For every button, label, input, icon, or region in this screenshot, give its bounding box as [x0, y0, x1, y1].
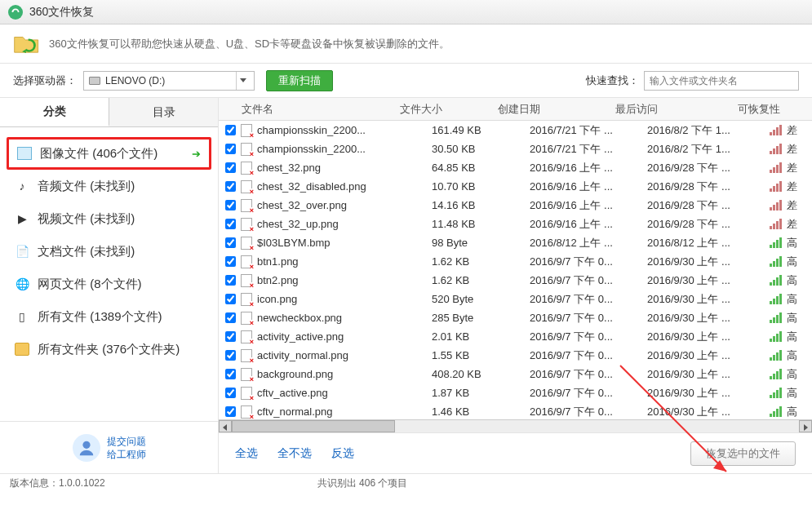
row-checkbox[interactable] — [225, 369, 236, 379]
table-row[interactable]: activity_normal.png1.55 KB2016/9/7 下午 0.… — [219, 346, 812, 365]
scroll-left-arrow[interactable] — [219, 420, 232, 432]
scroll-right-arrow[interactable] — [799, 420, 812, 432]
cell-created: 2016/7/21 下午 ... — [530, 142, 647, 157]
row-checkbox[interactable] — [225, 331, 236, 342]
signal-icon — [770, 144, 782, 154]
row-checkbox[interactable] — [225, 162, 236, 173]
category-item-all[interactable]: ▯所有文件 (1389个文件) — [7, 300, 211, 333]
table-row[interactable]: activity_active.png2.01 KB2016/9/7 下午 0.… — [219, 327, 812, 346]
cell-accessed: 2016/9/30 上午 ... — [647, 348, 770, 363]
select-none-link[interactable]: 全不选 — [277, 446, 312, 461]
rescan-button[interactable]: 重新扫描 — [266, 70, 333, 91]
cell-name: cftv_active.png — [257, 387, 432, 399]
category-item-doc[interactable]: 📄文档文件 (未找到) — [7, 235, 211, 268]
table-row[interactable]: chest_32.png64.85 KB2016/9/16 上午 ...2016… — [219, 158, 812, 177]
recover-button[interactable]: 恢复选中的文件 — [690, 441, 796, 466]
cell-name: championsskin_2200... — [257, 124, 432, 136]
file-icon — [241, 143, 252, 156]
folder-icon — [15, 343, 29, 356]
cell-accessed: 2016/8/12 上午 ... — [647, 236, 770, 250]
row-checkbox[interactable] — [225, 388, 236, 398]
cell-created: 2016/9/7 下午 0... — [530, 330, 647, 344]
recoverability-text: 高 — [787, 330, 797, 344]
cell-size: 11.48 KB — [432, 218, 530, 230]
row-checkbox[interactable] — [225, 181, 236, 192]
cell-size: 285 Byte — [432, 312, 530, 324]
recoverability-text: 差 — [787, 123, 797, 138]
row-checkbox[interactable] — [225, 125, 236, 135]
drive-combobox[interactable]: LENOVO (D:) — [83, 71, 255, 91]
table-row[interactable]: chest_32_disabled.png10.70 KB2016/9/16 上… — [219, 177, 812, 196]
search-input[interactable] — [644, 71, 799, 91]
row-checkbox[interactable] — [225, 237, 236, 248]
col-recover[interactable]: 可恢复性 — [738, 102, 812, 117]
signal-icon — [770, 200, 782, 210]
category-item-video[interactable]: ▶视频文件 (未找到) — [7, 202, 211, 235]
cell-name: background.png — [257, 368, 432, 380]
category-item-folder[interactable]: 所有文件夹 (376个文件夹) — [7, 333, 211, 366]
category-item-web[interactable]: 🌐网页文件 (8个文件) — [7, 268, 211, 300]
row-checkbox[interactable] — [225, 406, 236, 417]
table-row[interactable]: championsskin_2200...161.49 KB2016/7/21 … — [219, 121, 812, 140]
cell-created: 2016/9/16 上午 ... — [530, 179, 647, 194]
row-checkbox[interactable] — [225, 294, 236, 304]
cell-created: 2016/9/7 下午 0... — [530, 405, 647, 419]
table-row[interactable]: cftv_normal.png1.46 KB2016/9/7 下午 0...20… — [219, 402, 812, 419]
table-row[interactable]: icon.png520 Byte2016/9/7 下午 0...2016/9/3… — [219, 290, 812, 308]
row-checkbox[interactable] — [225, 350, 236, 361]
table-row[interactable]: championsskin_2200...30.50 KB2016/7/21 下… — [219, 140, 812, 158]
table-row[interactable]: newcheckbox.png285 Byte2016/9/7 下午 0...2… — [219, 308, 812, 327]
file-icon — [241, 387, 252, 400]
col-created[interactable]: 创建日期 — [498, 102, 615, 117]
table-row[interactable]: background.png408.20 KB2016/9/7 下午 0...2… — [219, 365, 812, 383]
category-item-audio[interactable]: ♪音频文件 (未找到) — [7, 170, 211, 202]
cell-accessed: 2016/9/28 下午 ... — [647, 179, 770, 194]
row-checkbox[interactable] — [225, 312, 236, 323]
header-description: 360文件恢复可以帮助您快速从硬盘、U盘、SD卡等硬盘设备中恢复被误删除的文件。 — [49, 37, 450, 51]
tab-category[interactable]: 分类 — [0, 98, 109, 126]
to-engineer-link[interactable]: 给工程师 — [107, 448, 146, 461]
chevron-down-icon[interactable] — [236, 72, 249, 90]
cell-created: 2016/9/7 下午 0... — [530, 311, 647, 326]
col-size[interactable]: 文件大小 — [400, 102, 498, 117]
horizontal-scrollbar[interactable] — [219, 419, 812, 432]
cell-name: cftv_normal.png — [257, 405, 432, 418]
col-accessed[interactable]: 最后访问 — [615, 102, 738, 117]
row-checkbox[interactable] — [225, 275, 236, 286]
scroll-thumb[interactable] — [232, 420, 395, 432]
svg-point-0 — [10, 6, 21, 17]
submit-question-link[interactable]: 提交问题 — [107, 435, 146, 448]
recoverability-text: 高 — [787, 255, 797, 269]
audio-icon: ♪ — [15, 179, 29, 193]
cell-accessed: 2016/9/28 下午 ... — [647, 161, 770, 175]
row-checkbox[interactable] — [225, 256, 236, 267]
table-row[interactable]: btn1.png1.62 KB2016/9/7 下午 0...2016/9/30… — [219, 252, 812, 271]
col-name[interactable]: 文件名 — [225, 102, 400, 117]
category-label: 网页文件 (8个文件) — [38, 277, 142, 292]
tab-directory[interactable]: 目录 — [109, 98, 218, 126]
cell-recoverability: 高 — [770, 367, 812, 382]
cell-name: activity_active.png — [257, 330, 432, 343]
table-row[interactable]: chest_32_over.png14.16 KB2016/9/16 上午 ..… — [219, 196, 812, 215]
select-all-link[interactable]: 全选 — [235, 446, 258, 461]
table-row[interactable]: cftv_active.png1.87 KB2016/9/7 下午 0...20… — [219, 383, 812, 402]
cell-created: 2016/9/7 下午 0... — [530, 367, 647, 382]
invert-select-link[interactable]: 反选 — [331, 446, 354, 461]
video-icon: ▶ — [15, 212, 29, 225]
row-checkbox[interactable] — [225, 144, 236, 154]
cell-accessed: 2016/9/30 上午 ... — [647, 405, 770, 419]
table-row[interactable]: $I03LBYM.bmp98 Byte2016/8/12 上午 ...2016/… — [219, 233, 812, 252]
window-titlebar: 360文件恢复 — [0, 0, 812, 24]
row-checkbox[interactable] — [225, 219, 236, 229]
row-checkbox[interactable] — [225, 200, 236, 210]
recoverability-text: 高 — [787, 273, 797, 288]
table-row[interactable]: chest_32_up.png11.48 KB2016/9/16 上午 ...2… — [219, 215, 812, 233]
sidebar-tabs: 分类 目录 — [0, 98, 218, 127]
window-title: 360文件恢复 — [29, 5, 94, 20]
disk-icon — [89, 77, 100, 85]
folder-refresh-icon — [13, 33, 41, 55]
category-item-image[interactable]: 图像文件 (406个文件)➔ — [7, 137, 211, 170]
cell-created: 2016/7/21 下午 ... — [530, 123, 647, 138]
table-row[interactable]: btn2.png1.62 KB2016/9/7 下午 0...2016/9/30… — [219, 271, 812, 290]
cell-accessed: 2016/9/30 上午 ... — [647, 330, 770, 344]
